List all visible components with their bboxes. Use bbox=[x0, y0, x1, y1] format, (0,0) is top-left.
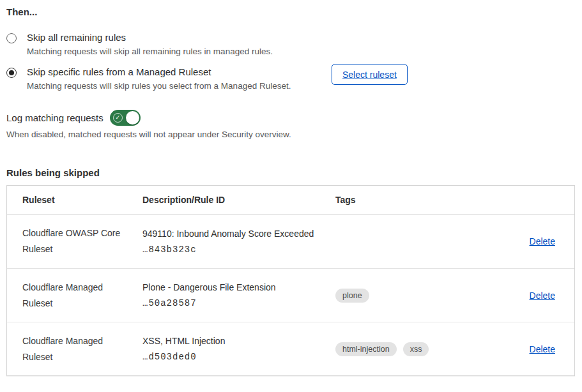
radio-option-skip-all[interactable]: Skip all remaining rules Matching reques… bbox=[6, 32, 364, 56]
column-header-description: Description/Rule ID bbox=[142, 195, 335, 205]
rule-id: …843b323c bbox=[142, 245, 335, 255]
radio-skip-specific-description: Matching requests will skip rules you se… bbox=[27, 81, 291, 91]
select-ruleset-button[interactable]: Select ruleset bbox=[332, 64, 408, 85]
tag-pill: html-injection bbox=[335, 342, 397, 356]
column-header-ruleset: Ruleset bbox=[22, 195, 142, 205]
ruleset-name: Cloudflare OWASP Core Ruleset bbox=[22, 225, 142, 257]
table-row: Cloudflare OWASP Core Ruleset 949110: In… bbox=[7, 215, 574, 268]
radio-skip-specific-label[interactable]: Skip specific rules from a Managed Rules… bbox=[27, 66, 291, 77]
rule-id: …d503ded0 bbox=[142, 352, 335, 362]
check-icon: ✓ bbox=[113, 113, 123, 123]
table-row: Cloudflare Managed Ruleset XSS, HTML Inj… bbox=[7, 322, 574, 375]
rule-id: …50a28587 bbox=[142, 298, 335, 308]
radio-skip-specific[interactable] bbox=[6, 68, 17, 78]
rule-description-cell: XSS, HTML Injection …d503ded0 bbox=[142, 336, 335, 362]
log-matching-note: When disabled, matched requests will not… bbox=[6, 130, 291, 139]
rules-being-skipped-heading: Rules being skipped bbox=[6, 167, 100, 178]
table-header-row: Ruleset Description/Rule ID Tags bbox=[7, 186, 574, 215]
actions-cell: Delete bbox=[530, 236, 555, 247]
log-matching-row: Log matching requests ✓ bbox=[6, 110, 141, 126]
log-matching-label: Log matching requests bbox=[6, 112, 103, 123]
radio-skip-all[interactable] bbox=[6, 33, 17, 43]
ruleset-name: Cloudflare Managed Ruleset bbox=[22, 333, 142, 365]
table-row: Cloudflare Managed Ruleset Plone - Dange… bbox=[7, 268, 574, 322]
rule-description: XSS, HTML Injection bbox=[142, 336, 335, 346]
ruleset-name: Cloudflare Managed Ruleset bbox=[22, 280, 142, 312]
radio-option-skip-specific[interactable]: Skip specific rules from a Managed Rules… bbox=[6, 66, 364, 91]
rule-description: 949110: Inbound Anomaly Score Exceeded bbox=[142, 229, 335, 239]
tag-pill: plone bbox=[335, 289, 369, 303]
actions-cell: Delete bbox=[530, 290, 555, 301]
rule-description: Plone - Dangerous File Extension bbox=[142, 282, 335, 292]
rule-description-cell: 949110: Inbound Anomaly Score Exceeded …… bbox=[142, 229, 335, 255]
toggle-knob bbox=[126, 111, 139, 124]
rules-table: Ruleset Description/Rule ID Tags Cloudfl… bbox=[6, 185, 575, 376]
delete-link[interactable]: Delete bbox=[530, 290, 555, 301]
tags-cell: html-injection xss bbox=[335, 342, 530, 356]
rule-description-cell: Plone - Dangerous File Extension …50a285… bbox=[142, 282, 335, 308]
radio-skip-all-description: Matching requests will skip all remainin… bbox=[27, 47, 273, 56]
radio-selected-dot bbox=[9, 70, 14, 75]
tag-pill: xss bbox=[403, 342, 429, 356]
log-matching-toggle[interactable]: ✓ bbox=[110, 110, 141, 126]
column-header-tags: Tags bbox=[335, 195, 555, 205]
tags-cell: plone bbox=[335, 289, 530, 303]
then-heading: Then... bbox=[6, 6, 37, 17]
actions-cell: Delete bbox=[530, 343, 555, 355]
delete-link[interactable]: Delete bbox=[530, 236, 555, 246]
radio-skip-all-label[interactable]: Skip all remaining rules bbox=[27, 32, 273, 43]
delete-link[interactable]: Delete bbox=[530, 344, 555, 354]
